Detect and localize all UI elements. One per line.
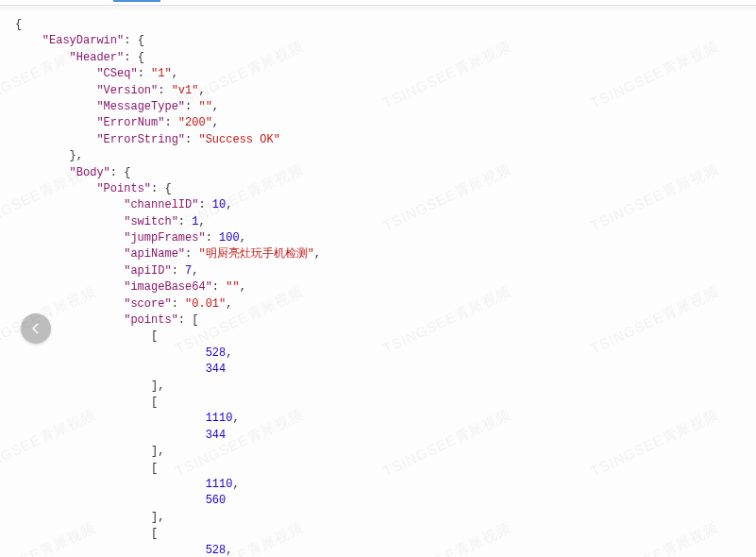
back-button[interactable] bbox=[21, 313, 51, 344]
top-bar bbox=[0, 0, 756, 6]
json-code-viewer[interactable]: { "EasyDarwin": { "Header": { "CSeq": "1… bbox=[0, 9, 756, 557]
chevron-left-icon bbox=[29, 322, 42, 335]
active-tab-indicator bbox=[113, 0, 160, 2]
